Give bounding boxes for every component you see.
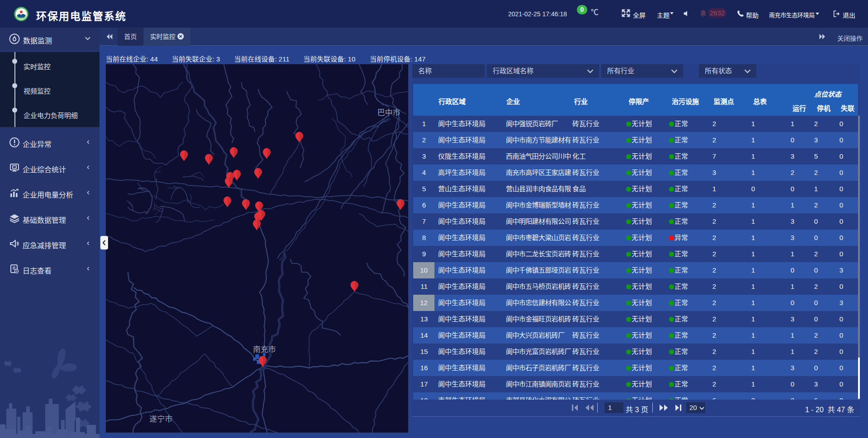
svg-text:巴中市: 巴中市 xyxy=(377,108,401,117)
svg-text:南充市: 南充市 xyxy=(253,345,276,354)
svg-text:遂宁市: 遂宁市 xyxy=(150,415,173,424)
